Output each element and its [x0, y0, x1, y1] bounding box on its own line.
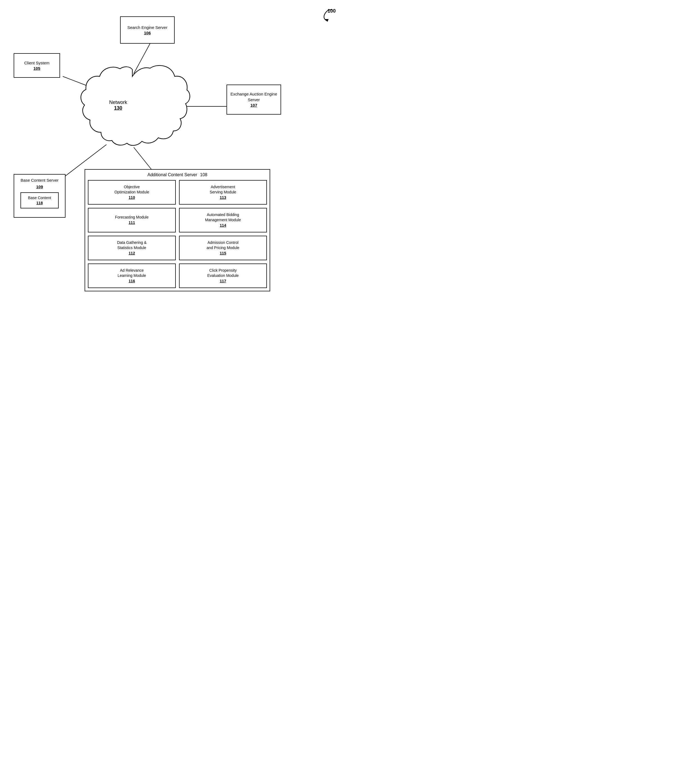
additional-content-server-box: Additional Content Server 108 ObjectiveO…: [84, 169, 270, 292]
base-content-inner-box: Base Content 118: [20, 192, 59, 208]
search-engine-server-box: Search Engine Server 106: [120, 16, 175, 44]
module-admission-control: Admission Controland Pricing Module 115: [179, 236, 267, 260]
module-automated-bidding: Automated BiddingManagement Module 114: [179, 208, 267, 232]
module-forecasting: Forecasting Module 111: [88, 208, 176, 232]
module-advertisement-serving: AdvertisementServing Module 113: [179, 180, 267, 204]
network-label: Network 130: [109, 100, 127, 111]
base-content-server-box: Base Content Server 109 Base Content 118: [14, 174, 66, 218]
module-data-gathering: Data Gathering &Statistics Module 112: [88, 236, 176, 260]
exchange-auction-box: Exchange Auction Engine Server 107: [226, 84, 281, 115]
client-system-box: Client System 105: [14, 53, 60, 78]
modules-grid: ObjectiveOptimization Module 110 Adverti…: [88, 180, 267, 288]
module-ad-relevance: Ad RelevanceLearning Module 116: [88, 264, 176, 288]
module-click-propensity: Click PropensityEvaluation Module 117: [179, 264, 267, 288]
additional-content-server-title: Additional Content Server 108: [88, 172, 267, 177]
svg-marker-0: [325, 19, 328, 22]
diagram: 100 Search Engine Server 106 Client Syst…: [0, 0, 344, 392]
ref-100-label: 100: [317, 8, 336, 25]
module-objective-optimization: ObjectiveOptimization Module 110: [88, 180, 176, 204]
network-cloud: Network 130: [74, 60, 191, 153]
